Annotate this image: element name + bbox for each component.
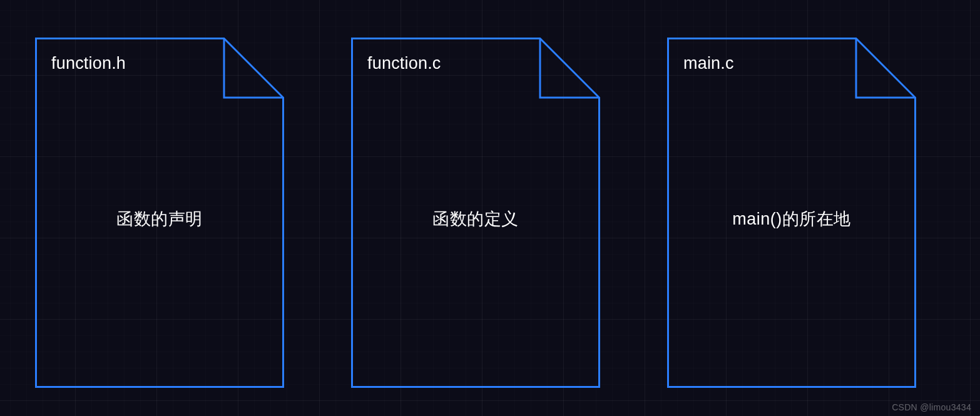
file-card: function.c 函数的定义 — [351, 38, 600, 388]
file-card: function.h 函数的声明 — [35, 38, 284, 388]
file-description: main()的所在地 — [667, 38, 916, 388]
file-card: main.c main()的所在地 — [667, 38, 916, 388]
diagram-stage: function.h 函数的声明 function.c 函数的定义 main.c… — [0, 0, 980, 416]
watermark-text: CSDN @limou3434 — [892, 402, 971, 412]
file-description: 函数的定义 — [351, 38, 600, 388]
file-description: 函数的声明 — [35, 38, 284, 388]
